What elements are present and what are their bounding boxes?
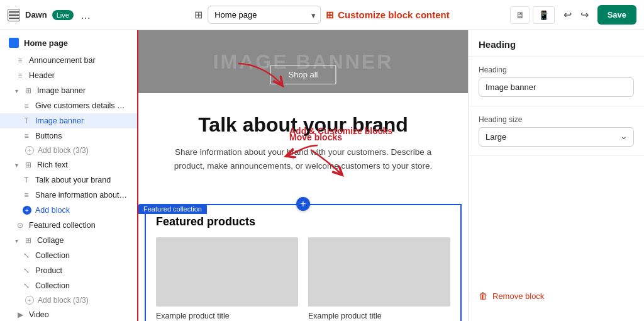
- mobile-button[interactable]: 📱: [533, 6, 555, 24]
- shop-all-button[interactable]: Shop all: [270, 65, 336, 84]
- drag-icon: ≡: [15, 71, 25, 80]
- add-blue-icon: +: [23, 206, 31, 215]
- sidebar-item-label: Image banner: [35, 116, 84, 125]
- grid-icon: ⊞: [194, 9, 203, 21]
- rich-text-heading: Talk about your brand: [164, 113, 443, 137]
- sidebar-item-rich-text-group[interactable]: ▾ ⊞ Rich text: [0, 157, 137, 172]
- sidebar-item-label: Announcement bar: [29, 56, 96, 65]
- panel-heading-size-section: Heading size Small Medium Large Extra la…: [469, 106, 644, 156]
- sidebar-item-give-customers[interactable]: ≡ Give customers details about...: [0, 98, 137, 113]
- sidebar-add-block-image-banner[interactable]: + Add block (3/3): [0, 144, 137, 157]
- sidebar-item-label: Rich text: [37, 160, 68, 169]
- sidebar-item-featured-collection[interactable]: ⊙ Featured collection: [0, 218, 137, 233]
- right-panel: Heading Heading Heading size Small Mediu…: [468, 30, 644, 321]
- add-icon: +: [25, 296, 34, 305]
- chevron-icon: ▾: [15, 162, 18, 169]
- add-icon: +: [25, 146, 34, 155]
- sidebar-item-label: Image banner: [37, 86, 86, 95]
- rich-text-body: Share information about your brand with …: [165, 145, 441, 172]
- sidebar-item-product[interactable]: ⤡ Product: [0, 263, 137, 278]
- remove-block-label: Remove block: [492, 291, 544, 301]
- topbar-left: Dawn Live ...: [8, 8, 93, 22]
- featured-products-heading: Featured products: [156, 215, 450, 228]
- page-select[interactable]: Home page About Contact: [208, 6, 321, 24]
- sidebar-title: Home page: [24, 38, 68, 48]
- image-banner-section[interactable]: Image banner Shop all: [138, 30, 468, 93]
- sidebar-add-block-collage[interactable]: + Add block (3/3): [0, 293, 137, 307]
- product-image-1: [156, 237, 298, 307]
- canvas-content: Image banner Shop all Talk about your br…: [138, 30, 468, 321]
- sidebar-item-announcement-bar[interactable]: ≡ Announcement bar: [0, 53, 137, 68]
- product-image-2: [308, 237, 450, 307]
- topbar-right: 🖥 📱 ↩ ↪ Save: [510, 5, 636, 25]
- heading-size-select[interactable]: Small Medium Large Extra large: [479, 127, 634, 147]
- heading-input[interactable]: [479, 77, 634, 97]
- sidebar-item-collage-group[interactable]: ▾ ⊞ Collage: [0, 233, 137, 248]
- live-badge: Live: [52, 10, 74, 20]
- featured-section-wrapper: Featured collection + Featured products …: [138, 204, 468, 321]
- heading-size-label: Heading size: [479, 115, 634, 124]
- sidebar-item-label: Video: [29, 310, 49, 319]
- store-name: Dawn: [25, 10, 47, 20]
- panel-heading-section: Heading: [469, 57, 644, 106]
- sidebar-item-buttons[interactable]: ≡ Buttons: [0, 128, 137, 144]
- play-icon: ▶: [15, 310, 25, 319]
- chevron-icon: ▾: [15, 87, 18, 94]
- menu-button[interactable]: [8, 9, 20, 21]
- panel-spacer: [469, 156, 644, 282]
- product-grid: Example product title Example product ti…: [156, 237, 450, 320]
- sidebar-item-collection-1[interactable]: ⤡ Collection: [0, 248, 137, 263]
- product-card-2: Example product title: [308, 237, 450, 320]
- add-block-label: Add block (3/3): [38, 146, 89, 155]
- add-section-button[interactable]: +: [296, 197, 310, 211]
- sidebar-item-header[interactable]: ≡ Header: [0, 68, 137, 83]
- sidebar-item-label: Collection: [35, 281, 70, 290]
- redo-button[interactable]: ↪: [577, 6, 592, 23]
- rich-text-section: Talk about your brand Share information …: [138, 93, 468, 193]
- grid-icon: ⊞: [23, 236, 33, 245]
- sidebar-item-label: Share information about your...: [35, 191, 128, 200]
- sidebar-item-video[interactable]: ▶ Video: [0, 307, 137, 321]
- featured-section: Featured products Example product title …: [145, 204, 462, 321]
- sidebar: Home page ≡ Announcement bar ≡ Header ▾ …: [0, 30, 138, 321]
- topbar: Dawn Live ... ⊞ Home page About Contact …: [0, 0, 644, 30]
- sidebar-item-collection-2[interactable]: ⤡ Collection: [0, 278, 137, 293]
- grid-icon: ⊞: [23, 86, 33, 95]
- sidebar-item-share-info[interactable]: ≡ Share information about your...: [0, 188, 137, 203]
- customize-block-content-label: ⊞ Customize block content: [326, 9, 450, 21]
- text-icon: T: [21, 116, 31, 125]
- collection-icon: ⊙: [15, 221, 25, 230]
- resize-icon: ⤡: [21, 251, 31, 260]
- drag-icon: ≡: [15, 56, 25, 65]
- more-button[interactable]: ...: [79, 8, 93, 22]
- chevron-icon: ▾: [15, 237, 18, 244]
- sidebar-item-label: Product: [35, 266, 62, 275]
- sidebar-item-image-banner-group[interactable]: ▾ ⊞ Image banner: [0, 83, 137, 98]
- add-block-label: Add block (3/3): [38, 296, 89, 305]
- heading-label: Heading: [479, 65, 634, 74]
- sidebar-item-label: Talk about your brand: [35, 176, 111, 184]
- sidebar-item-label: Header: [29, 71, 55, 80]
- sidebar-item-talk-about-brand[interactable]: T Talk about your brand: [0, 172, 137, 188]
- trash-icon: 🗑: [479, 291, 487, 301]
- grid-icon: ⊞: [23, 160, 33, 169]
- sidebar-item-label: Collection: [35, 251, 70, 260]
- add-block-blue-label: Add block: [35, 206, 70, 215]
- remove-block-button[interactable]: 🗑 Remove block: [469, 282, 644, 310]
- undo-redo-group: ↩ ↪: [560, 6, 592, 23]
- topbar-center: ⊞ Home page About Contact ⊞ Customize bl…: [194, 6, 450, 24]
- sidebar-header-icon: [9, 38, 19, 48]
- sidebar-add-block-blue[interactable]: + Add block: [0, 203, 137, 218]
- main-layout: Home page ≡ Announcement bar ≡ Header ▾ …: [0, 30, 644, 321]
- product-card-1: Example product title: [156, 237, 298, 320]
- undo-button[interactable]: ↩: [560, 6, 575, 23]
- text-icon: T: [21, 176, 31, 184]
- sidebar-item-image-banner-block[interactable]: T Image banner: [0, 113, 137, 128]
- save-button[interactable]: Save: [597, 5, 636, 25]
- sidebar-header: Home page: [0, 30, 137, 53]
- resize-icon: ⤡: [21, 281, 31, 290]
- desktop-button[interactable]: 🖥: [510, 6, 530, 24]
- page-select-wrapper: Home page About Contact: [208, 6, 321, 24]
- list-icon: ≡: [21, 132, 31, 140]
- heading-size-select-wrapper: Small Medium Large Extra large: [479, 127, 634, 147]
